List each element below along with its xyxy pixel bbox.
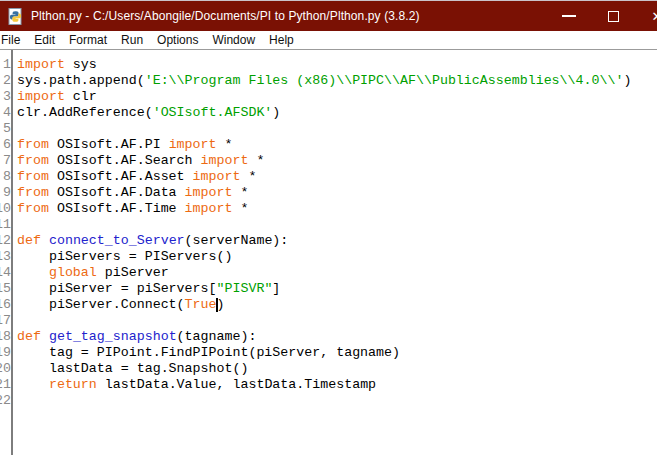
code-line[interactable] xyxy=(17,217,657,233)
editor-area: 12345678910111213141516171819202122 impo… xyxy=(0,50,657,455)
close-icon: ✕ xyxy=(652,10,657,23)
line-number-gutter: 12345678910111213141516171819202122 xyxy=(0,50,13,455)
code-segment-def: get_tag_snapshot xyxy=(49,329,177,344)
menu-item-run[interactable]: Run xyxy=(114,33,150,47)
code-line[interactable]: piServers = PIServers() xyxy=(17,249,657,265)
code-line[interactable]: import sys xyxy=(17,57,657,73)
code-line[interactable]: piServer.Connect(True) xyxy=(17,297,657,313)
code-segment-pl: OSIsoft.AF.Time xyxy=(49,201,185,216)
code-segment-kw: return xyxy=(49,377,97,392)
line-number: 2 xyxy=(0,73,11,89)
minimize-button[interactable] xyxy=(547,1,591,31)
code-line[interactable]: return lastData.Value, lastData.Timestam… xyxy=(17,377,657,393)
caption-buttons: ✕ xyxy=(547,1,657,31)
code-line[interactable]: piServer = piServers["PISVR"] xyxy=(17,281,657,297)
line-number: 1 xyxy=(0,57,11,73)
code-segment-kw: from xyxy=(17,137,49,152)
code-segment-pl: ] xyxy=(272,281,280,296)
code-line[interactable]: def get_tag_snapshot(tagname): xyxy=(17,329,657,345)
code-line[interactable]: from OSIsoft.AF.Search import * xyxy=(17,153,657,169)
menu-item-file[interactable]: File xyxy=(0,33,27,47)
line-number: 6 xyxy=(0,137,11,153)
code-segment-kw: from xyxy=(17,201,49,216)
code-line[interactable]: tag = PIPoint.FindPIPoint(piServer, tagn… xyxy=(17,345,657,361)
code-pane[interactable]: import syssys.path.append('E:\\Program F… xyxy=(13,50,657,455)
code-segment-pl: piServers = PIServers() xyxy=(17,249,232,264)
code-segment-pl: ) xyxy=(623,73,631,88)
menu-item-window[interactable]: Window xyxy=(205,33,262,47)
code-line[interactable] xyxy=(17,121,657,137)
code-line[interactable]: clr.AddReference('OSIsoft.AFSDK') xyxy=(17,105,657,121)
line-number: 3 xyxy=(0,89,11,105)
code-line[interactable]: sys.path.append('E:\\Program Files (x86)… xyxy=(17,73,657,89)
code-segment-pl: ) xyxy=(272,105,280,120)
code-segment-kw: import xyxy=(193,169,241,184)
code-segment-pl: (serverName): xyxy=(185,233,289,248)
code-segment-kw: from xyxy=(17,169,49,184)
minimize-icon xyxy=(562,15,576,17)
code-line[interactable]: import clr xyxy=(17,89,657,105)
line-number: 5 xyxy=(0,121,11,137)
code-segment-pl: piServer = piServers[ xyxy=(17,281,217,296)
code-line[interactable]: from OSIsoft.AF.Asset import * xyxy=(17,169,657,185)
menu-item-format[interactable]: Format xyxy=(62,33,114,47)
code-segment-kw: import xyxy=(169,137,217,152)
line-number: 12 xyxy=(0,233,11,249)
title-bar[interactable]: Plthon.py - C:/Users/Abongile/Documents/… xyxy=(0,1,657,31)
code-segment-str: 'E:\\Program Files (x86)\\PIPC\\AF\\Publ… xyxy=(145,73,624,88)
code-segment-pl: lastData = tag.Snapshot() xyxy=(17,361,248,376)
line-number: 15 xyxy=(0,281,11,297)
code-segment-pl: clr.AddReference( xyxy=(17,105,153,120)
line-number: 20 xyxy=(0,361,11,377)
code-line[interactable]: lastData = tag.Snapshot() xyxy=(17,361,657,377)
code-line[interactable] xyxy=(17,393,657,409)
code-line[interactable]: from OSIsoft.AF.Time import * xyxy=(17,201,657,217)
code-segment-pl: * xyxy=(240,169,256,184)
code-segment-kw: def xyxy=(17,329,41,344)
code-line[interactable]: global piServer xyxy=(17,265,657,281)
code-segment-pl: (tagname): xyxy=(177,329,257,344)
code-line[interactable] xyxy=(17,313,657,329)
menu-item-help[interactable]: Help xyxy=(262,33,301,47)
code-segment-kw: from xyxy=(17,153,49,168)
window-title: Plthon.py - C:/Users/Abongile/Documents/… xyxy=(31,9,420,23)
code-segment-str: 'OSIsoft.AFSDK' xyxy=(153,105,273,120)
line-number: 11 xyxy=(0,217,11,233)
menu-item-edit[interactable]: Edit xyxy=(27,33,62,47)
line-number: 21 xyxy=(0,377,11,393)
code-segment-pl: lastData.Value, lastData.Timestamp xyxy=(97,377,376,392)
close-button[interactable]: ✕ xyxy=(635,1,657,31)
code-segment-pl: * xyxy=(217,137,233,152)
code-segment-kw: from xyxy=(17,185,49,200)
code-segment-kw: def xyxy=(17,233,41,248)
code-segment-pl: tag = PIPoint.FindPIPoint(piServer, tagn… xyxy=(17,345,400,360)
code-segment-pl: sys xyxy=(65,57,97,72)
line-number: 7 xyxy=(0,153,11,169)
code-line[interactable]: from OSIsoft.AF.Data import * xyxy=(17,185,657,201)
line-number: 16 xyxy=(0,297,11,313)
code-segment-pl xyxy=(17,377,49,392)
menu-bar: FileEditFormatRunOptionsWindowHelp xyxy=(0,31,657,50)
line-number: 14 xyxy=(0,265,11,281)
line-number: 8 xyxy=(0,169,11,185)
code-segment-pl: OSIsoft.AF.Search xyxy=(49,153,201,168)
code-segment-pl: * xyxy=(248,153,264,168)
code-segment-kw: True xyxy=(185,297,217,312)
maximize-button[interactable] xyxy=(591,1,635,31)
code-segment-def: connect_to_Server xyxy=(49,233,185,248)
code-segment-kw: import xyxy=(185,185,233,200)
code-segment-pl xyxy=(17,265,49,280)
maximize-icon xyxy=(608,11,619,22)
code-line[interactable]: def connect_to_Server(serverName): xyxy=(17,233,657,249)
code-segment-str: "PISVR" xyxy=(217,281,273,296)
code-segment-kw: import xyxy=(17,57,65,72)
line-number: 4 xyxy=(0,105,11,121)
menu-item-options[interactable]: Options xyxy=(150,33,205,47)
code-segment-pl: piServer.Connect( xyxy=(17,297,185,312)
code-line[interactable]: from OSIsoft.AF.PI import * xyxy=(17,137,657,153)
code-segment-pl: ) xyxy=(217,297,225,312)
line-number: 17 xyxy=(0,313,11,329)
screenshot-root: { "window": { "title": "Plthon.py - C:/U… xyxy=(0,0,657,476)
code-segment-pl: OSIsoft.AF.PI xyxy=(49,137,169,152)
line-number: 18 xyxy=(0,329,11,345)
